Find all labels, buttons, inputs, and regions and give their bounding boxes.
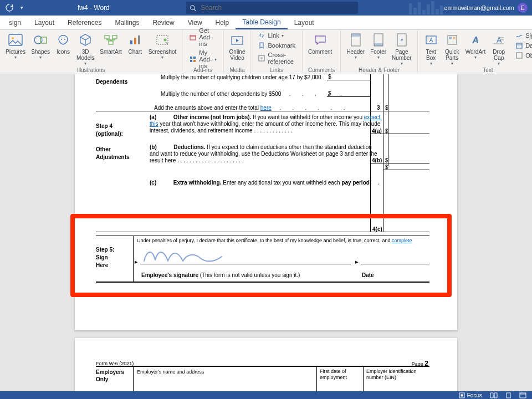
document-title: fw4 - Word	[78, 0, 110, 16]
account-area[interactable]: emmawitman@gmail.com E	[444, 0, 528, 16]
form-text: Under penalties of perjury, I declare th…	[137, 237, 429, 244]
svg-rect-42	[461, 394, 463, 396]
page-number-button[interactable]: #Page Number▾	[392, 31, 412, 65]
search-box[interactable]	[186, 2, 358, 14]
tab-table-design[interactable]: Table Design	[236, 16, 287, 29]
svg-text:A: A	[472, 35, 479, 45]
form-text: Employer identification number (EIN)	[366, 369, 427, 381]
shapes-button[interactable]: Shapes▾	[31, 31, 50, 59]
wordart-icon: A	[468, 32, 483, 48]
dollar-sign: $	[328, 74, 331, 80]
group-label: Header & Footer	[346, 67, 411, 74]
group-links: Link ▾ Bookmark Cross-reference Links	[251, 30, 303, 74]
ribbon: Pictures▾ Shapes▾ Icons 3D Models▾ Smart…	[0, 30, 532, 74]
drop-cap-button[interactable]: ADrop Cap▾	[491, 31, 507, 65]
screenshot-button[interactable]: Screenshot▾	[149, 31, 177, 59]
svg-rect-31	[449, 37, 452, 39]
dollar-sign: $	[385, 157, 388, 163]
cross-reference-button[interactable]: Cross-reference	[257, 51, 296, 65]
dollar-sign: $	[385, 105, 388, 111]
pictures-button[interactable]: Pictures▾	[6, 31, 25, 59]
page-1: Multiply the number of qualifying childr…	[75, 74, 457, 330]
svg-rect-25	[374, 43, 383, 46]
ribbon-tabs: sign Layout References Mailings Review V…	[0, 16, 532, 30]
dollar-sign: $	[385, 128, 388, 134]
step-label: Step 5:Sign Here	[96, 238, 135, 269]
form-text: (c) Extra withholding. Enter any additio…	[150, 180, 385, 186]
svg-rect-17	[193, 57, 196, 59]
arrow-icon: ▸	[355, 258, 359, 265]
svg-rect-40	[516, 53, 522, 58]
section-label: Employers Only	[96, 369, 135, 383]
svg-point-3	[12, 37, 14, 39]
dollar-sign: $	[328, 90, 331, 96]
3d-models-button[interactable]: 3D Models▾	[76, 31, 94, 65]
header-button[interactable]: Header▾	[346, 31, 365, 59]
tab-layout[interactable]: Layout	[28, 16, 61, 29]
svg-rect-12	[134, 38, 136, 44]
group-comments: Comment Comments	[303, 30, 341, 74]
web-layout-button[interactable]	[519, 392, 526, 398]
text-box-button[interactable]: AText Box▾	[423, 31, 439, 65]
web-icon	[519, 392, 526, 398]
svg-point-6	[61, 39, 62, 40]
tab-review[interactable]: Review	[146, 16, 181, 29]
page-icon	[505, 392, 511, 398]
get-addins-button[interactable]: Get Add-ins	[188, 27, 217, 48]
online-video-button[interactable]: Online Video	[229, 31, 245, 61]
autosave-icon[interactable]	[6, 4, 13, 12]
read-mode-button[interactable]	[490, 392, 498, 398]
bookmark-button[interactable]: Bookmark	[257, 41, 296, 50]
object-button[interactable]: Object ▾	[514, 51, 532, 60]
svg-rect-13	[138, 35, 140, 44]
smartart-icon	[103, 32, 119, 48]
video-icon	[229, 32, 245, 48]
line-number: 3	[377, 105, 380, 111]
tab-design[interactable]: sign	[2, 16, 28, 29]
quick-parts-button[interactable]: Quick Parts▾	[444, 31, 460, 65]
group-illustrations: Pictures▾ Shapes▾ Icons 3D Models▾ Smart…	[0, 30, 182, 74]
group-header-footer: Header▾ Footer▾ #Page Number▾ Header & F…	[341, 30, 417, 74]
group-label: Media	[229, 67, 245, 74]
print-layout-button[interactable]	[505, 392, 511, 398]
step-label: Step 4 (optional): Other Adjustments	[96, 115, 135, 161]
svg-rect-10	[109, 41, 113, 44]
pictures-icon	[8, 32, 23, 48]
footer-button[interactable]: Footer▾	[370, 31, 386, 59]
group-media: Online Video Media	[224, 30, 252, 74]
smartart-button[interactable]: SmartArt	[100, 31, 121, 55]
signature-line-button[interactable]: Signature	[514, 31, 532, 40]
svg-rect-16	[190, 57, 192, 59]
tab-layout2[interactable]: Layout	[288, 16, 321, 29]
comment-icon	[313, 32, 328, 48]
svg-rect-11	[130, 40, 132, 44]
group-addins: Get Add-ins My Add-ins ▾ Add-ins	[182, 30, 223, 74]
svg-rect-38	[516, 43, 522, 48]
bookmark-icon	[258, 42, 265, 49]
chevron-down-icon[interactable]: ▾	[18, 4, 25, 12]
tab-mailings[interactable]: Mailings	[108, 16, 146, 29]
date-time-button[interactable]: Date & Ti	[514, 41, 532, 50]
form-number: Form W-6 (2021)	[96, 360, 134, 367]
svg-rect-9	[112, 35, 117, 39]
chart-button[interactable]: Chart	[127, 31, 143, 55]
icons-button[interactable]: Icons	[55, 31, 71, 55]
link-icon	[258, 32, 265, 39]
svg-rect-15	[190, 35, 196, 40]
wordart-button[interactable]: AWordArt▾	[466, 31, 486, 59]
document-area[interactable]: Multiply the number of qualifying childr…	[0, 74, 532, 391]
tab-references[interactable]: References	[61, 16, 108, 29]
group-label: Illustrations	[6, 67, 176, 74]
comment-button[interactable]: Comment	[308, 31, 332, 55]
search-input[interactable]	[200, 3, 355, 12]
arrow-icon: ▸	[135, 258, 138, 265]
line-number: 4(b)	[372, 157, 382, 163]
focus-mode-button[interactable]: Focus	[459, 392, 482, 398]
object-icon	[515, 52, 523, 59]
avatar[interactable]: E	[518, 3, 528, 13]
link-button[interactable]: Link ▾	[257, 31, 296, 40]
svg-point-7	[64, 39, 65, 40]
page-2: Form W-6 (2021) Page 2 Employers Only Em…	[75, 338, 457, 391]
group-label: Comments	[308, 67, 335, 74]
svg-rect-44	[520, 393, 526, 398]
